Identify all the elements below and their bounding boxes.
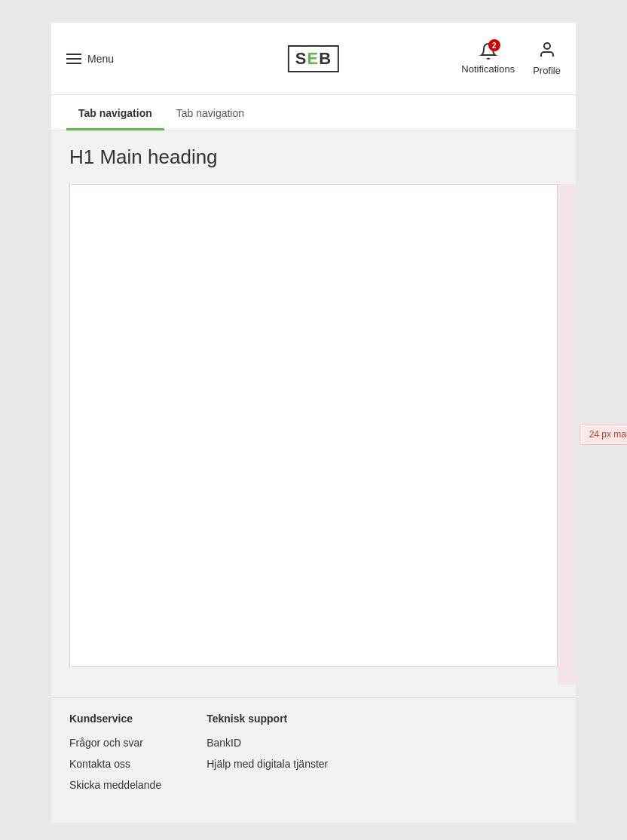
header-right: 2 Notifications Profile: [461, 41, 561, 76]
footer-col-kundservice: Kundservice Frågor och svar Kontakta oss…: [69, 713, 161, 800]
footer-col-teknisk: Teknisk support BankID Hjälp med digital…: [206, 713, 328, 800]
margin-indicator: 24 px margin: [580, 424, 627, 445]
footer-col1-heading: Kundservice: [69, 713, 161, 725]
footer-link-kontakta[interactable]: Kontakta oss: [69, 758, 161, 770]
margin-right-line: [558, 184, 576, 685]
tab-1[interactable]: Tab navigation: [66, 95, 164, 130]
logo-text: SEB: [288, 45, 339, 72]
notifications-label: Notifications: [461, 63, 515, 75]
page-wrapper: Menu SEB 2 Notifications: [51, 23, 576, 823]
svg-point-0: [544, 43, 550, 49]
tab-2[interactable]: Tab navigation: [164, 95, 256, 130]
hamburger-icon: [66, 54, 81, 64]
profile-icon: [538, 41, 556, 62]
logo-e: E: [307, 49, 320, 68]
profile-label: Profile: [533, 65, 561, 76]
footer-columns: Kundservice Frågor och svar Kontakta oss…: [69, 713, 558, 800]
footer-col2-heading: Teknisk support: [206, 713, 328, 725]
profile-nav-item[interactable]: Profile: [533, 41, 561, 76]
footer: Kundservice Frågor och svar Kontakta oss…: [51, 697, 576, 823]
menu-label: Menu: [87, 53, 114, 65]
menu-button[interactable]: Menu: [66, 53, 114, 65]
heading-area: H1 Main heading: [51, 130, 576, 184]
notification-badge: 2: [488, 39, 500, 51]
logo-b: B: [319, 49, 332, 68]
footer-link-hjalp[interactable]: Hjälp med digitala tjänster: [206, 758, 328, 770]
content-box: [69, 184, 558, 667]
content-wrapper: 24 px margin: [51, 184, 576, 685]
logo-s: S: [295, 49, 307, 68]
footer-link-bankid[interactable]: BankID: [206, 737, 328, 749]
bell-icon: 2: [479, 42, 497, 60]
footer-link-skicka[interactable]: Skicka meddelande: [69, 779, 161, 791]
main-heading: H1 Main heading: [69, 146, 558, 169]
tab-navigation: Tab navigation Tab navigation: [51, 95, 576, 130]
notifications-nav-item[interactable]: 2 Notifications: [461, 42, 515, 75]
header: Menu SEB 2 Notifications: [51, 23, 576, 95]
seb-logo: SEB: [288, 45, 339, 72]
footer-link-fragor[interactable]: Frågor och svar: [69, 737, 161, 749]
